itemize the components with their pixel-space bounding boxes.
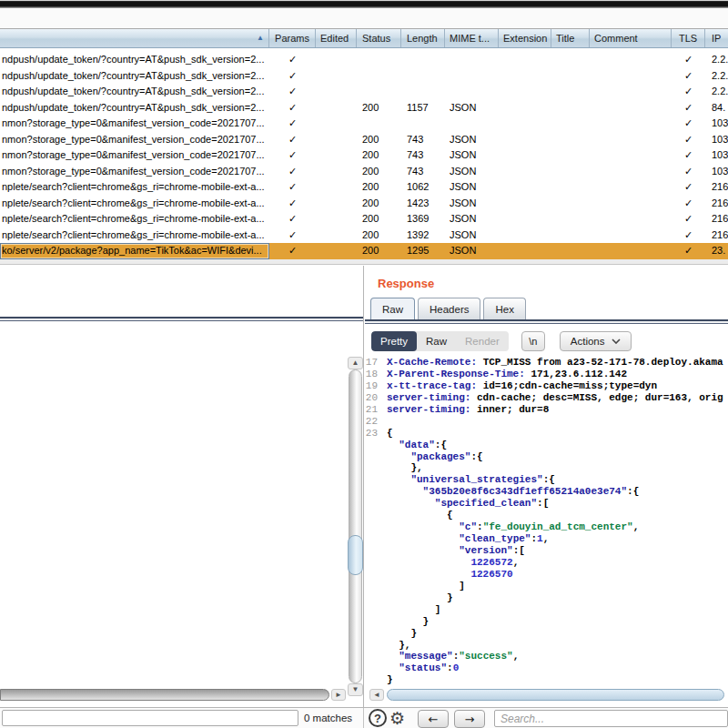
cell-params: ✓ (269, 228, 316, 244)
scroll-down-icon[interactable]: ▼ (348, 683, 363, 696)
cell-tls: ✓ (672, 196, 705, 212)
column-header-edited[interactable]: Edited (316, 29, 357, 47)
top-dark-bar (0, 0, 728, 8)
tab-raw[interactable]: Raw (370, 298, 415, 319)
cell-mime: JSON (445, 196, 499, 212)
response-line: }, (365, 462, 728, 474)
scrollbar-thumb[interactable] (0, 689, 329, 701)
cell-status (357, 84, 401, 100)
cell-mime: JSON (445, 179, 499, 196)
help-icon[interactable]: ? (369, 709, 387, 727)
table-row-selected[interactable]: ko/server/v2/package?app_name=TikTok&ac=… (0, 243, 728, 259)
request-horizontal-scrollbar[interactable]: ► (0, 688, 347, 702)
cell-params: ✓ (269, 132, 316, 148)
cell-length (401, 68, 445, 85)
column-header-comment[interactable]: Comment (590, 29, 672, 47)
cell-edited (316, 164, 357, 180)
cell-extension (499, 132, 551, 148)
scrollbar-thumb[interactable] (387, 689, 724, 701)
search-input[interactable] (494, 710, 728, 727)
cell-comment (590, 228, 672, 244)
gear-icon[interactable]: ⚙ (389, 708, 405, 728)
line-number (365, 474, 387, 486)
cell-extension (499, 243, 551, 259)
newline-toggle-button[interactable]: \n (521, 331, 545, 351)
cell-mime: JSON (445, 243, 499, 259)
response-horizontal-scrollbar[interactable]: ◄ (369, 688, 726, 702)
cell-status: 200 (357, 100, 401, 116)
table-row[interactable]: nplete/search?client=chrome&gs_ri=chrome… (0, 228, 728, 244)
chevron-down-icon (612, 339, 621, 344)
response-line: } (365, 592, 728, 604)
column-header-params[interactable]: Params (269, 29, 316, 47)
cell-status: 200 (357, 132, 401, 148)
column-header-ip[interactable]: IP (705, 29, 728, 47)
cell-tls: ✓ (672, 116, 705, 132)
response-line: }, (365, 640, 728, 652)
render-button[interactable]: Render (456, 331, 509, 351)
table-row[interactable]: ndpush/update_token/?country=AT&push_sdk… (0, 68, 728, 85)
line-number (365, 662, 387, 674)
table-row[interactable]: nplete/search?client=chrome&gs_ri=chrome… (0, 179, 728, 196)
cell-comment (590, 164, 672, 180)
column-header-extension[interactable]: Extension (499, 29, 551, 47)
column-header-length[interactable]: Length (401, 29, 445, 47)
table-row[interactable]: nmon?storage_type=0&manifest_version_cod… (0, 147, 728, 164)
line-number: 17 (365, 357, 387, 369)
cell-comment (590, 179, 672, 196)
cell-mime: JSON (445, 211, 499, 228)
actions-button-label: Actions (571, 336, 605, 347)
previous-match-button[interactable]: ← (418, 710, 449, 728)
table-row[interactable]: nmon?storage_type=0&manifest_version_cod… (0, 116, 728, 132)
line-number: 18 (365, 369, 387, 380)
find-input[interactable] (2, 710, 298, 726)
cell-ip: 216 (705, 179, 728, 196)
column-header-mime-type[interactable]: MIME t... (445, 29, 499, 47)
line-number: 20 (365, 392, 387, 404)
cell-ip: 2.2. (705, 52, 728, 68)
filter-bar[interactable] (0, 8, 728, 29)
cell-extension (499, 84, 551, 100)
table-row[interactable]: nmon?storage_type=0&manifest_version_cod… (0, 132, 728, 148)
line-number (365, 604, 387, 616)
table-row[interactable]: ndpush/update_token/?country=AT&push_sdk… (0, 52, 728, 68)
scrollbar-track[interactable] (349, 369, 362, 683)
response-line: 1226570 (365, 569, 728, 581)
scroll-left-icon[interactable]: ◄ (369, 689, 384, 701)
response-line: 19x-tt-trace-tag: id=16;cdn-cache=miss;t… (365, 380, 728, 392)
cell-tls: ✓ (672, 211, 705, 228)
table-row[interactable]: nmon?storage_type=0&manifest_version_cod… (0, 164, 728, 180)
column-header-title[interactable]: Title (551, 29, 590, 47)
scroll-right-icon[interactable]: ► (331, 689, 346, 701)
raw-button[interactable]: Raw (417, 331, 456, 351)
cell-url: nplete/search?client=chrome&gs_ri=chrome… (0, 196, 269, 212)
column-header-url[interactable]: ▲ (0, 29, 269, 47)
line-number: 22 (365, 416, 387, 428)
cell-url: nmon?storage_type=0&manifest_version_cod… (0, 147, 269, 164)
cell-title (551, 164, 590, 180)
tab-hex[interactable]: Hex (483, 298, 525, 319)
table-row[interactable]: nplete/search?client=chrome&gs_ri=chrome… (0, 211, 728, 228)
table-row[interactable]: ndpush/update_token/?country=AT&push_sdk… (0, 100, 728, 116)
cell-edited (316, 116, 357, 132)
tab-headers[interactable]: Headers (418, 298, 480, 319)
cell-length: 1295 (401, 243, 445, 259)
table-row[interactable]: ndpush/update_token/?country=AT&push_sdk… (0, 84, 728, 100)
cell-params: ✓ (269, 243, 316, 259)
table-row[interactable]: nplete/search?client=chrome&gs_ri=chrome… (0, 196, 728, 212)
cell-mime: JSON (445, 132, 499, 148)
scroll-up-icon[interactable]: ▲ (348, 357, 363, 369)
pretty-button[interactable]: Pretty (371, 331, 417, 351)
response-line: ] (365, 581, 728, 592)
line-number (365, 640, 387, 652)
scrollbar-thumb[interactable] (348, 535, 363, 575)
column-header-tls[interactable]: TLS (672, 29, 705, 47)
request-table: ndpush/update_token/?country=AT&push_sdk… (0, 48, 728, 259)
cell-edited (316, 228, 357, 244)
column-header-status[interactable]: Status (357, 29, 401, 47)
cell-comment (590, 132, 672, 148)
actions-button[interactable]: Actions (560, 331, 632, 351)
cell-url: ndpush/update_token/?country=AT&push_sdk… (0, 68, 269, 85)
request-vertical-scrollbar[interactable]: ▲ ▼ (348, 357, 363, 696)
next-match-button[interactable]: → (454, 710, 485, 728)
